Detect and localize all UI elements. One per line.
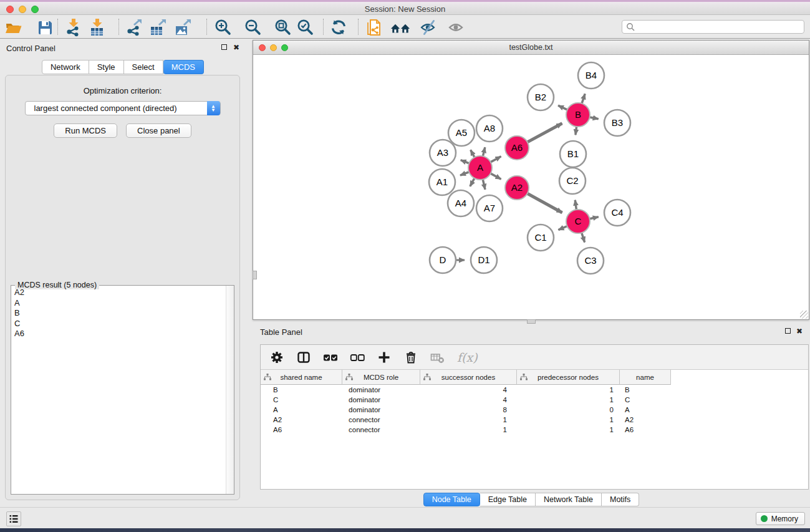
cell-mcds-role[interactable]: dominator [342, 385, 420, 395]
hide-selected-button[interactable] [419, 17, 439, 37]
tab-style[interactable]: Style [89, 60, 124, 74]
cell-shared-name[interactable]: A6 [261, 425, 342, 435]
network-node-D1[interactable]: D1 [471, 247, 497, 273]
cell-mcds-role[interactable]: dominator [342, 395, 420, 405]
network-node-A7[interactable]: A7 [476, 195, 503, 221]
apply-layout-button[interactable] [329, 17, 349, 37]
import-network-button[interactable] [64, 17, 84, 37]
network-node-C[interactable]: C [566, 210, 590, 233]
network-node-A2[interactable]: A2 [505, 176, 529, 200]
tab-edge-table[interactable]: Edge Table [480, 493, 536, 506]
cell-successor-nodes[interactable]: 8 [420, 405, 517, 415]
cell-successor-nodes[interactable]: 1 [420, 425, 517, 435]
search-field[interactable] [622, 20, 804, 34]
column-header-mcds-role[interactable]: MCDS role [342, 370, 420, 385]
tab-motifs[interactable]: Motifs [602, 493, 639, 506]
network-node-B2[interactable]: B2 [528, 84, 554, 110]
network-edge-A6-B[interactable] [526, 123, 562, 143]
cell-successor-nodes[interactable]: 4 [420, 395, 517, 405]
cell-successor-nodes[interactable]: 4 [420, 385, 517, 395]
run-mcds-button[interactable]: Run MCDS [54, 123, 117, 138]
cell-name[interactable]: B [620, 385, 671, 395]
fit-content-button[interactable] [273, 17, 293, 37]
network-node-A[interactable]: A [468, 156, 492, 180]
show-column-panel-button[interactable] [296, 350, 311, 365]
network-node-A3[interactable]: A3 [430, 140, 456, 166]
column-header-predecessor-nodes[interactable]: predecessor nodes [517, 370, 620, 385]
import-table-button[interactable] [87, 17, 107, 37]
cell-name[interactable]: A [620, 405, 671, 415]
network-node-A1[interactable]: A1 [429, 169, 455, 195]
tab-select[interactable]: Select [124, 60, 163, 74]
cell-mcds-role[interactable]: connector [342, 415, 420, 425]
export-network-button[interactable] [125, 17, 145, 37]
cell-shared-name[interactable]: B [261, 385, 342, 395]
network-node-D[interactable]: D [430, 247, 456, 273]
zoom-selected-button[interactable] [296, 17, 316, 37]
list-item[interactable]: B [12, 308, 225, 319]
cell-successor-nodes[interactable]: 1 [420, 415, 517, 425]
deselect-all-columns-button[interactable] [350, 350, 365, 365]
new-network-from-selection-button[interactable] [364, 17, 384, 37]
criterion-dropdown[interactable]: largest connected component (directed) ▲… [25, 101, 221, 115]
close-panel-button-mcds[interactable]: Close panel [126, 123, 191, 138]
zoom-in-button[interactable] [213, 17, 233, 37]
table-row[interactable]: B dominator 4 1 B [261, 385, 808, 395]
table-settings-button[interactable] [269, 350, 284, 365]
list-item[interactable]: A [12, 298, 225, 309]
network-canvas[interactable]: B4B2BB3A8A5A6A3B1AC2A1A2A4A7C4CC1C3DD1 [253, 55, 809, 319]
network-node-B[interactable]: B [566, 103, 590, 127]
network-edge-A-A2[interactable] [489, 173, 501, 179]
network-node-A6[interactable]: A6 [505, 136, 529, 160]
network-node-B3[interactable]: B3 [604, 110, 630, 136]
cell-predecessor-nodes[interactable]: 1 [517, 395, 620, 405]
export-image-button[interactable] [173, 17, 193, 37]
zoom-out-button[interactable] [243, 17, 263, 37]
network-node-C1[interactable]: C1 [528, 225, 554, 251]
first-neighbors-button[interactable] [390, 17, 410, 37]
cell-predecessor-nodes[interactable]: 1 [517, 415, 620, 425]
list-item[interactable]: A6 [12, 329, 225, 339]
table-row[interactable]: A dominator 8 0 A [261, 405, 808, 415]
show-all-button[interactable] [446, 17, 466, 37]
table-row[interactable]: A2 connector 1 1 A2 [261, 415, 808, 425]
column-header-shared-name[interactable]: shared name [261, 370, 342, 385]
memory-button[interactable]: Memory [756, 512, 805, 525]
tab-network-table[interactable]: Network Table [536, 493, 602, 506]
cell-predecessor-nodes[interactable]: 1 [517, 425, 620, 435]
network-edge-A2-C[interactable] [526, 193, 562, 213]
network-node-B1[interactable]: B1 [560, 141, 586, 167]
table-row[interactable]: A6 connector 1 1 A6 [261, 425, 808, 435]
cell-predecessor-nodes[interactable]: 0 [517, 405, 620, 415]
delete-columns-button[interactable] [403, 350, 418, 365]
network-edge-A-A6[interactable] [489, 157, 501, 163]
tab-network[interactable]: Network [42, 60, 89, 74]
create-new-column-button[interactable] [377, 350, 392, 365]
network-node-C4[interactable]: C4 [604, 200, 630, 226]
open-session-button[interactable] [4, 17, 24, 37]
result-list-scrollbar[interactable] [226, 286, 234, 494]
list-item[interactable]: A2 [12, 288, 225, 298]
table-row[interactable]: C dominator 4 1 C [261, 395, 808, 405]
column-header-name[interactable]: name [620, 370, 671, 385]
cell-mcds-role[interactable]: connector [342, 425, 420, 435]
tab-mcds[interactable]: MCDS [163, 60, 204, 74]
resize-grip[interactable] [800, 311, 808, 319]
cell-name[interactable]: C [620, 395, 671, 405]
float-table-panel-button[interactable] [783, 327, 792, 336]
network-node-C3[interactable]: C3 [577, 248, 604, 274]
float-panel-button[interactable] [219, 44, 228, 52]
close-panel-button[interactable]: ✖ [232, 44, 241, 52]
cell-shared-name[interactable]: C [261, 395, 342, 405]
cell-shared-name[interactable]: A [261, 405, 342, 415]
column-header-successor-nodes[interactable]: successor nodes [420, 370, 517, 385]
search-input[interactable] [635, 21, 804, 32]
close-table-panel-button[interactable]: ✖ [795, 327, 804, 336]
save-session-button[interactable] [35, 17, 55, 37]
select-all-columns-button[interactable] [323, 350, 338, 365]
list-item[interactable]: C [12, 319, 225, 329]
cell-shared-name[interactable]: A2 [261, 415, 342, 425]
cell-predecessor-nodes[interactable]: 1 [517, 385, 620, 395]
network-node-B4[interactable]: B4 [578, 62, 604, 89]
cell-name[interactable]: A2 [620, 415, 671, 425]
